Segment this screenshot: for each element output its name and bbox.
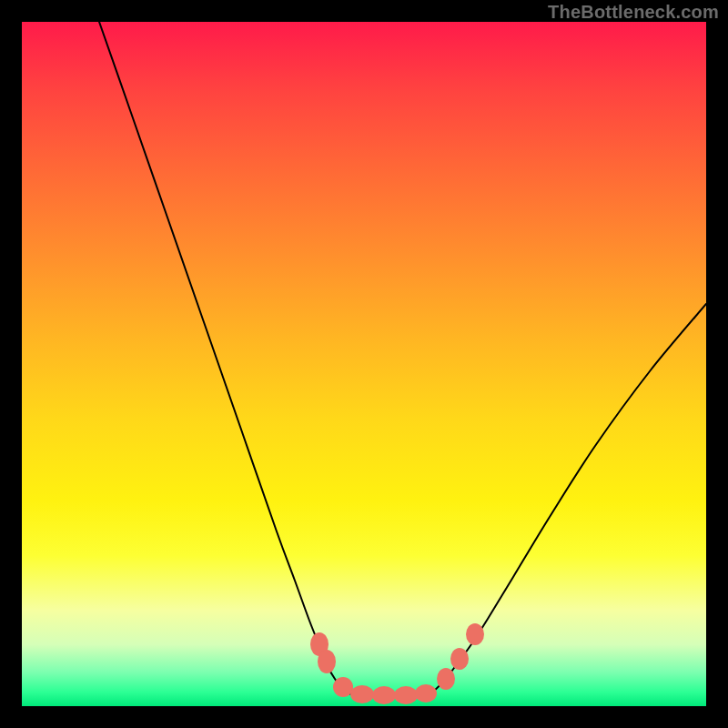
- bead-marker: [466, 623, 484, 645]
- chart-svg: [22, 22, 706, 706]
- bead-marker: [450, 648, 469, 670]
- watermark-text: TheBottleneck.com: [548, 2, 719, 23]
- bead-marker: [333, 677, 353, 697]
- bottleneck-curve: [99, 22, 706, 695]
- bead-marker: [437, 668, 455, 690]
- bead-marker: [318, 650, 336, 673]
- bead-marker: [372, 686, 396, 704]
- bead-marker: [415, 684, 437, 703]
- bead-marker: [350, 685, 374, 703]
- bead-marker: [394, 686, 418, 704]
- bead-group: [310, 623, 484, 704]
